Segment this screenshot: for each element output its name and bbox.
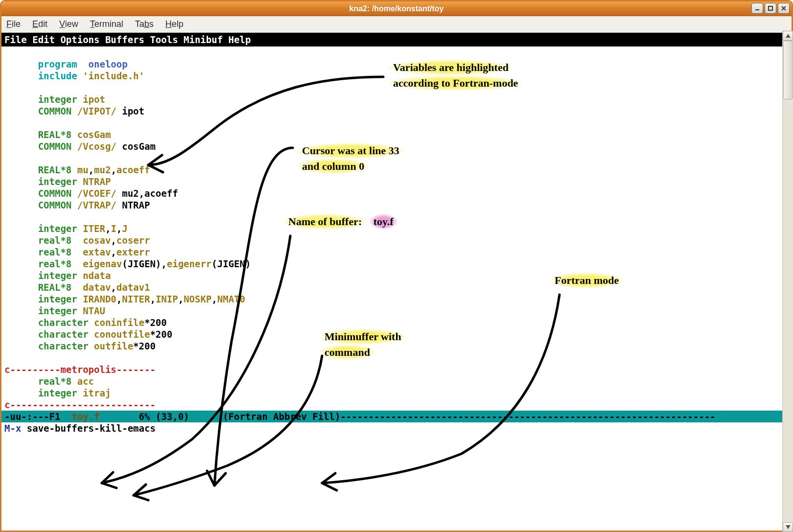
menu-file[interactable]: File xyxy=(6,19,21,29)
scrollbar[interactable] xyxy=(782,31,793,532)
menu-view[interactable]: View xyxy=(59,19,78,29)
window-title: kna2: /home/konstant/toy xyxy=(350,4,444,13)
menu-help[interactable]: Help xyxy=(165,19,184,29)
scroll-up-button[interactable] xyxy=(783,31,793,41)
menu-edit[interactable]: Edit xyxy=(32,19,47,29)
terminal-area: File Edit Options Buffers Tools Minibuf … xyxy=(1,33,792,531)
window-controls xyxy=(751,3,790,14)
scrollbar-thumb[interactable] xyxy=(783,41,793,99)
close-button[interactable] xyxy=(778,3,790,14)
minimize-button[interactable] xyxy=(751,3,763,14)
svg-marker-4 xyxy=(786,34,791,38)
menu-terminal[interactable]: Terminal xyxy=(90,19,123,29)
emacs-modeline: -uu-:---F1 toy.f 6% (33,0) (Fortran Abbr… xyxy=(1,411,792,422)
emacs-minibuffer[interactable]: M-x save-buffers-kill-emacs xyxy=(1,422,792,434)
svg-marker-5 xyxy=(786,525,791,529)
modeline-buffer-name: toy.f xyxy=(71,411,99,422)
scrollbar-track[interactable] xyxy=(783,41,793,522)
maximize-button[interactable] xyxy=(765,3,776,14)
emacs-menubar[interactable]: File Edit Options Buffers Tools Minibuf … xyxy=(1,33,792,46)
scroll-down-button[interactable] xyxy=(783,522,793,532)
svg-rect-1 xyxy=(769,6,772,10)
gnome-menubar: File Edit View Terminal Tabs Help xyxy=(1,16,792,33)
titlebar: kna2: /home/konstant/toy xyxy=(1,1,792,16)
code-buffer[interactable]: program oneloop include 'include.h' inte… xyxy=(1,46,792,411)
menu-tabs[interactable]: Tabs xyxy=(135,19,154,29)
